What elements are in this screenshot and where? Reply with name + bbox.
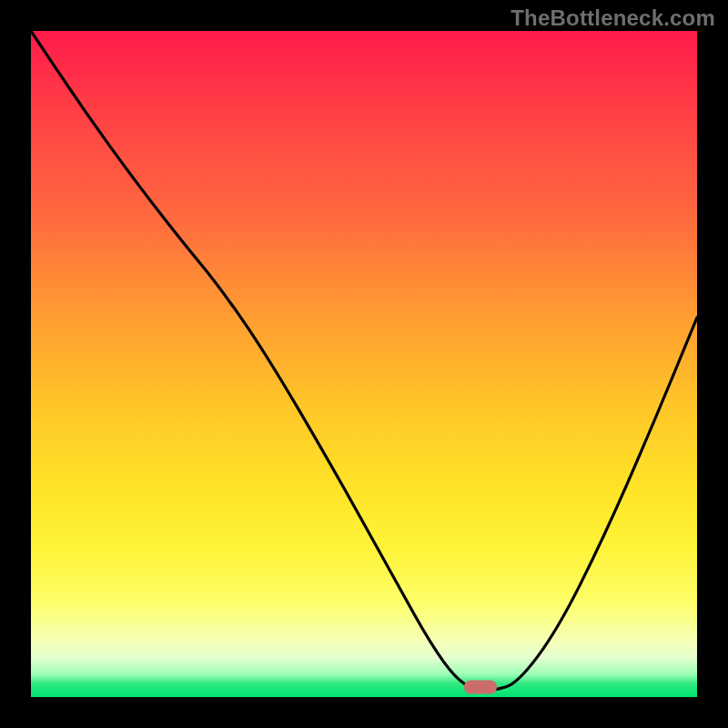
bottleneck-curve (31, 31, 697, 697)
curve-path (31, 31, 697, 691)
watermark-text: TheBottleneck.com (511, 5, 715, 31)
optimal-marker (464, 681, 497, 694)
plot-area (31, 31, 697, 697)
chart-frame: TheBottleneck.com (0, 0, 728, 728)
